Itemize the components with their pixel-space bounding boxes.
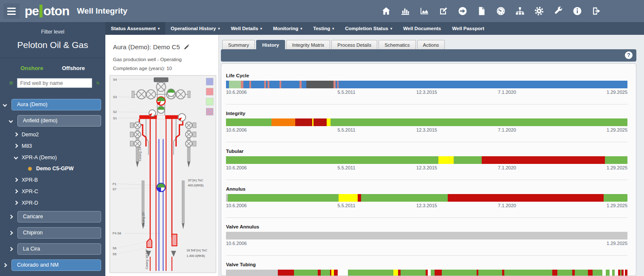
timeline-segment[interactable] bbox=[294, 270, 318, 276]
timeline-segment[interactable] bbox=[602, 270, 606, 276]
tree-item-la-cira[interactable]: La Cira bbox=[0, 241, 105, 257]
timeline-segment[interactable] bbox=[226, 81, 229, 88]
chevron-right-icon[interactable] bbox=[14, 132, 18, 137]
tree-item-m83[interactable]: M83 bbox=[0, 140, 105, 152]
timeline-segment[interactable] bbox=[251, 81, 264, 88]
tree-item-anfield-demo-[interactable]: Anfield (demo) bbox=[0, 113, 105, 129]
timeline-segment[interactable] bbox=[339, 194, 358, 202]
nav-item-well-details[interactable]: Well Details▾ bbox=[225, 22, 267, 35]
timeline-segment[interactable] bbox=[314, 118, 327, 126]
menu-icon[interactable] bbox=[3, 3, 20, 19]
help-icon[interactable]: ? bbox=[625, 51, 633, 59]
well-schematic[interactable]: S4S3S2S1P1S7P4 S8S6S5Casing 24"Casing 20… bbox=[110, 75, 216, 273]
filter-funnel-icon[interactable] bbox=[9, 79, 13, 87]
timeline-segment[interactable] bbox=[401, 270, 426, 276]
tree-item-aura-demo-[interactable]: Aura (Demo) bbox=[0, 96, 105, 113]
timeline-segment[interactable] bbox=[229, 81, 241, 88]
timeline-bar[interactable] bbox=[226, 81, 627, 88]
gauge-icon[interactable] bbox=[496, 6, 506, 16]
chevron-right-icon[interactable] bbox=[9, 214, 13, 219]
timeline-segment[interactable] bbox=[358, 194, 362, 202]
tree-item-xpr-c[interactable]: XPR-C bbox=[0, 186, 105, 197]
search-icon[interactable] bbox=[96, 79, 100, 87]
location-tab-offshore[interactable]: Offshore bbox=[62, 65, 85, 71]
tree-item-xpr-b[interactable]: XPR-B bbox=[0, 174, 105, 186]
timeline-segment[interactable] bbox=[271, 118, 295, 126]
search-input[interactable] bbox=[17, 78, 92, 88]
bar-chart-icon[interactable] bbox=[400, 6, 410, 16]
timeline-bar[interactable] bbox=[226, 194, 627, 202]
timeline-segment[interactable] bbox=[557, 270, 572, 276]
timeline-segment[interactable] bbox=[615, 270, 618, 276]
chevron-right-icon[interactable] bbox=[14, 201, 18, 205]
timeline-bar[interactable] bbox=[226, 118, 627, 126]
chevron-right-icon[interactable] bbox=[14, 178, 18, 182]
info-icon[interactable] bbox=[572, 6, 582, 16]
timeline-segment[interactable] bbox=[327, 118, 330, 126]
nav-item-well-documents[interactable]: Well Documents bbox=[398, 22, 446, 35]
sitemap-icon[interactable] bbox=[515, 6, 525, 16]
timeline-segment[interactable] bbox=[278, 270, 294, 276]
timeline-segment[interactable] bbox=[428, 270, 431, 276]
timeline-segment[interactable] bbox=[226, 232, 627, 239]
tab-actions[interactable]: Actions bbox=[417, 40, 445, 49]
chevron-right-icon[interactable] bbox=[9, 247, 13, 251]
timeline-segment[interactable] bbox=[438, 156, 454, 164]
timeline-segment[interactable] bbox=[281, 81, 299, 88]
tree-item-chipiron[interactable]: Chipiron bbox=[0, 225, 105, 241]
nav-item-status-assessment[interactable]: Status Assessment▾ bbox=[105, 22, 165, 35]
timeline-segment[interactable] bbox=[334, 270, 338, 276]
timeline-segment[interactable] bbox=[302, 81, 306, 88]
nav-item-operational-history[interactable]: Operational History▾ bbox=[165, 22, 226, 35]
timeline-segment[interactable] bbox=[295, 118, 313, 126]
document-icon[interactable] bbox=[477, 6, 487, 16]
timeline-segment[interactable] bbox=[625, 270, 627, 276]
timeline-segment[interactable] bbox=[454, 156, 482, 164]
timeline-segment[interactable] bbox=[226, 270, 278, 276]
timeline-segment[interactable] bbox=[478, 270, 502, 276]
chevron-right-icon[interactable] bbox=[14, 189, 18, 194]
timeline-segment[interactable] bbox=[339, 81, 627, 88]
timeline-segment[interactable] bbox=[318, 270, 321, 276]
edit-icon[interactable] bbox=[438, 6, 449, 16]
timeline-segment[interactable] bbox=[593, 270, 602, 276]
timeline-bar[interactable] bbox=[226, 270, 627, 276]
tree-item-caricare[interactable]: Caricare bbox=[0, 208, 105, 225]
timeline-segment[interactable] bbox=[269, 81, 279, 88]
nav-item-completion-status[interactable]: Completion Status▾ bbox=[339, 22, 398, 35]
tab-schematics[interactable]: Schematics bbox=[378, 40, 415, 49]
timeline-segment[interactable] bbox=[306, 81, 333, 88]
gear-icon[interactable] bbox=[534, 6, 544, 16]
timeline-segment[interactable] bbox=[321, 270, 330, 276]
tree-item-demo-c5-gpw[interactable]: Demo C5-GPW bbox=[0, 163, 105, 174]
nav-item-well-passport[interactable]: Well Passport bbox=[446, 22, 490, 35]
tree-item-xpr-a-demo-[interactable]: XPR-A (Demo) bbox=[0, 152, 105, 163]
timeline-segment[interactable] bbox=[226, 156, 438, 164]
arrow-right-circle-icon[interactable] bbox=[458, 6, 468, 16]
edit-well-icon[interactable] bbox=[184, 44, 189, 50]
nav-item-monitoring[interactable]: Monitoring▾ bbox=[268, 22, 308, 35]
timeline-segment[interactable] bbox=[504, 270, 552, 276]
chevron-down-icon[interactable] bbox=[3, 102, 7, 107]
timeline-segment[interactable] bbox=[604, 194, 627, 202]
chevron-down-icon[interactable] bbox=[14, 155, 18, 160]
timeline-segment[interactable] bbox=[431, 270, 435, 276]
timeline-segment[interactable] bbox=[243, 81, 249, 88]
chevron-down-icon[interactable] bbox=[9, 118, 13, 123]
timeline-segment[interactable] bbox=[338, 270, 348, 276]
timeline-bar[interactable] bbox=[226, 232, 627, 239]
timeline-segment[interactable] bbox=[606, 270, 610, 276]
chevron-right-icon[interactable] bbox=[3, 263, 7, 267]
home-icon[interactable] bbox=[381, 6, 391, 16]
timeline-segment[interactable] bbox=[605, 156, 627, 164]
timeline-bar[interactable] bbox=[226, 156, 627, 164]
timeline-segment[interactable] bbox=[330, 118, 627, 126]
timeline-segment[interactable] bbox=[612, 270, 615, 276]
timeline-segment[interactable] bbox=[482, 156, 605, 164]
timeline-segment[interactable] bbox=[448, 194, 604, 202]
tab-process-details[interactable]: Process Details bbox=[331, 40, 377, 49]
area-chart-icon[interactable] bbox=[419, 6, 429, 16]
timeline-segment[interactable] bbox=[393, 270, 398, 276]
timeline-segment[interactable] bbox=[442, 270, 476, 276]
tab-history[interactable]: History bbox=[256, 40, 285, 49]
